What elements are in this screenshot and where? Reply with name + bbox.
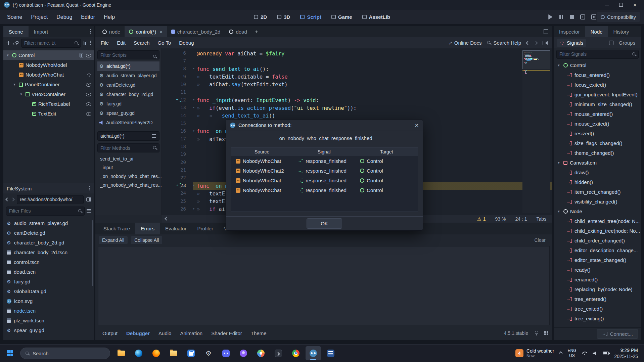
code-line-11[interactable]: 11: [162, 89, 552, 96]
taskbar-godot[interactable]: [306, 346, 321, 360]
signal-filter-input[interactable]: [556, 50, 639, 59]
signal-resized[interactable]: →resized(): [554, 129, 641, 138]
script-filter-input[interactable]: [97, 50, 159, 59]
close-icon[interactable]: ×: [159, 29, 163, 35]
collapse-arrow-icon[interactable]: ▾: [556, 63, 561, 67]
taskbar-chrome[interactable]: [288, 346, 304, 360]
expand-arrow-icon[interactable]: ▾: [19, 92, 24, 96]
script-menu-file[interactable]: File: [97, 38, 113, 47]
taskbar-search[interactable]: Search: [20, 348, 110, 359]
pin-panel-icon[interactable]: [534, 331, 538, 335]
tab-signals[interactable]: Signals: [557, 39, 586, 47]
signal-ready[interactable]: →ready(): [554, 265, 641, 275]
file-spear-guy-gd[interactable]: ⚙spear_guy.gd: [3, 325, 94, 335]
workspace-assetlib[interactable]: AssetLib: [359, 12, 393, 21]
battery-icon[interactable]: [603, 352, 609, 355]
script-menu-edit[interactable]: Edit: [113, 38, 130, 47]
play-icon[interactable]: [548, 14, 553, 19]
taskbar-files[interactable]: [166, 346, 181, 360]
scene-tab-character-body-2d[interactable]: character_body_2d: [167, 26, 225, 37]
expand-arrow-icon[interactable]: ▾: [12, 82, 17, 87]
signal-visibility-changed[interactable]: →visibility_changed(): [554, 197, 641, 207]
instance-scene-icon[interactable]: [13, 41, 18, 45]
filesystem-scrollbar[interactable]: [92, 220, 93, 286]
history-forward-icon[interactable]: [534, 41, 538, 45]
connection-row[interactable]: NobodyWhoChat→response_finishedControl: [231, 176, 418, 185]
menu-help[interactable]: Help: [99, 12, 119, 22]
volume-icon[interactable]: [593, 351, 597, 355]
code-line-7[interactable]: 7: [162, 57, 552, 65]
signal-focus-exited[interactable]: →focus_exited(): [554, 80, 641, 90]
search-help-link[interactable]: Search Help: [487, 40, 521, 46]
signal-child-entered-tree-node-n[interactable]: →child_entered_tree(node: N...: [554, 216, 641, 226]
fold-icon[interactable]: ▾: [193, 183, 195, 187]
file-cantdelete-gd[interactable]: ⚙cantDelete.gd: [3, 228, 94, 238]
menu-project[interactable]: Project: [27, 12, 52, 22]
script-menu-search[interactable]: Search: [130, 38, 154, 47]
workspace-3d[interactable]: 3D: [274, 12, 293, 21]
stop-icon[interactable]: [570, 15, 574, 19]
signal-replacing-by-node-node[interactable]: →replacing_by(node: Node): [554, 284, 641, 294]
signal-gui-input-event-inputevent[interactable]: →gui_input(event: InputEvent): [554, 90, 641, 99]
scene-tab-dead[interactable]: dead: [225, 26, 251, 37]
language-indicator[interactable]: ENG US: [567, 348, 576, 358]
scene-node-panelcontainer[interactable]: ▾PanelContainer: [3, 80, 94, 89]
taskbar-word[interactable]: [323, 346, 338, 360]
bottom-tab-animation[interactable]: Animation: [176, 329, 207, 338]
warning-count[interactable]: ⚠ 1: [477, 216, 486, 222]
bottom-tab-audio[interactable]: Audio: [154, 329, 176, 338]
tab-node[interactable]: Node: [585, 26, 608, 37]
maximize-icon[interactable]: [619, 3, 623, 7]
debugger-tab-stack-trace[interactable]: Stack Trace: [98, 223, 135, 234]
movie-icon[interactable]: [591, 14, 596, 19]
signal-mouse-exited[interactable]: →mouse_exited(): [554, 119, 641, 129]
attach-script-icon[interactable]: [84, 41, 87, 45]
method-send-text-to-ai[interactable]: send_text_to_ai: [97, 154, 159, 163]
taskbar-discord[interactable]: [218, 346, 234, 360]
taskbar-settings[interactable]: ⚙: [201, 346, 216, 360]
tab-inspector[interactable]: Inspector: [554, 26, 585, 37]
signal-size-flags-changed[interactable]: →size_flags_changed(): [554, 138, 641, 148]
connection-row[interactable]: NobodyWhoChat→response_finishedControl: [231, 156, 418, 166]
add-node-icon[interactable]: [6, 41, 11, 45]
visibility-eye-icon[interactable]: [86, 92, 91, 97]
method-sort-icon[interactable]: [152, 134, 156, 138]
tab-groups[interactable]: Groups: [616, 39, 638, 47]
minimap[interactable]: [522, 50, 550, 213]
signal-theme-changed[interactable]: →theme_changed(): [554, 148, 641, 158]
script-aichat-gd[interactable]: ⚙aichat.gd(*): [97, 61, 159, 71]
renderer-select[interactable]: Compatibility: [597, 12, 640, 22]
collapse-arrow-icon[interactable]: ▾: [556, 209, 561, 214]
clock[interactable]: 9:29 PM 2025-11-25: [614, 347, 638, 359]
code-line-12[interactable]: →12▾func _input(event: InputEvent) -> vo…: [162, 96, 552, 104]
signal-editor-description-change[interactable]: →editor_description_change...: [554, 245, 641, 255]
script-spear-guy-gd[interactable]: ⚙spear_guy.gd: [97, 108, 159, 118]
clear-button[interactable]: Clear: [531, 236, 549, 244]
new-tab-button[interactable]: +: [251, 26, 262, 37]
code-line-6[interactable]: 6@onready var aiChat = $fairy: [162, 50, 552, 57]
expand-panel-icon[interactable]: [544, 331, 548, 335]
taskbar-firefox[interactable]: [148, 346, 164, 360]
file-audio-stream-player-gd[interactable]: ⚙audio_stream_player.gd: [3, 218, 94, 228]
current-script-dropdown[interactable]: aichat.gd(*): [97, 131, 159, 141]
scene-node-nobodywhochat[interactable]: NobodyWhoChat: [3, 70, 94, 80]
file-icon-svg[interactable]: icon.svg: [3, 296, 94, 306]
file-character-body-2d-gd[interactable]: ⚙character_body_2d.gd: [3, 238, 94, 247]
connection-row[interactable]: NobodyWhoChat2→response_finishedControl: [231, 166, 418, 176]
taskbar-photos[interactable]: [253, 346, 269, 360]
signal-tree-exiting[interactable]: →tree_exiting(): [554, 314, 641, 323]
file-dead-tscn[interactable]: dead.tscn: [3, 267, 94, 277]
code-line-14[interactable]: 14» » send_text_to_ai(): [162, 112, 552, 120]
sort-files-icon[interactable]: [87, 209, 91, 213]
file-globaldata-gd[interactable]: ⚙GlobalData.gd: [3, 286, 94, 296]
code-line-13[interactable]: 13▾» if(event.is_action_pressed("ui_text…: [162, 104, 552, 112]
file-node-tscn[interactable]: node.tscn: [3, 306, 94, 316]
scene-node-nobodywhomodel[interactable]: NobodyWhoModel: [3, 60, 94, 70]
debugger-tab-evaluator[interactable]: Evaluator: [160, 223, 192, 234]
expand-all-button[interactable]: Expand All: [99, 236, 128, 244]
taskbar-file-explorer[interactable]: [113, 346, 129, 360]
bottom-tab-shader-editor[interactable]: Shader Editor: [207, 329, 246, 338]
signal-group-control[interactable]: ▾Control: [554, 60, 641, 70]
method-input[interactable]: _input: [97, 163, 159, 172]
fold-icon[interactable]: ▾: [193, 207, 195, 211]
